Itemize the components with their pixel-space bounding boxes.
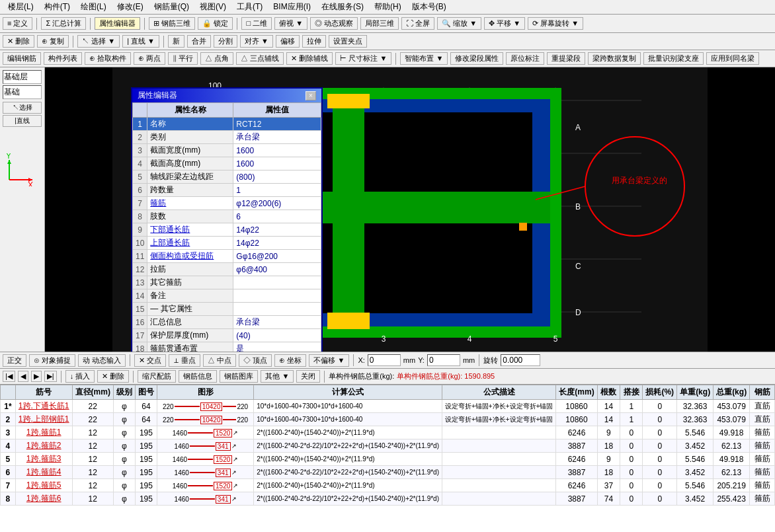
btn-select[interactable]: ↖ 选择 ▼: [77, 35, 120, 48]
prop-row-name[interactable]: 侧面构造或受扭筋: [147, 250, 233, 263]
prop-row-value[interactable]: 14φ22: [233, 223, 321, 237]
prop-row-value[interactable]: (800): [233, 171, 321, 184]
prop-row-value[interactable]: RCT12: [233, 118, 321, 131]
table-row[interactable]: 71跨.箍筋512φ195 1460 1520 ↗ 2*((1600-2*40)…: [1, 479, 775, 492]
btn-dimension[interactable]: ⊢ 尺寸标注 ▼: [335, 52, 391, 65]
btn-grip[interactable]: 设置夹点: [329, 35, 367, 48]
btn-coord[interactable]: ⊕ 坐标: [274, 354, 306, 367]
btn-local3d[interactable]: 局部三维: [360, 17, 399, 30]
table-row[interactable]: 41跨.箍筋212φ195 1460 341 ↗ 2*((1600-2*40-2…: [1, 439, 775, 453]
tool-select[interactable]: ↖选择: [3, 102, 42, 114]
btn-no-offset[interactable]: 不偏移 ▼: [309, 354, 349, 367]
table-row[interactable]: 51跨.箍筋312φ195 1460 1520 ↗ 2*((1600-2*40)…: [1, 453, 775, 466]
prop-row-value[interactable]: [233, 276, 321, 289]
tool-line[interactable]: |直线: [3, 115, 42, 127]
nav-prev[interactable]: ◀: [18, 371, 28, 382]
property-dialog-close-button[interactable]: ×: [306, 91, 316, 100]
btn-angle[interactable]: △ 点角: [200, 52, 233, 65]
btn-re-beam[interactable]: 重提梁段: [547, 52, 585, 65]
prop-row-value[interactable]: (40): [233, 329, 321, 342]
prop-row-name[interactable]: 上部通长筋: [147, 237, 233, 250]
btn-copy-span[interactable]: 梁跨数据复制: [588, 52, 641, 65]
prop-row-name[interactable]: 下部通长筋: [147, 223, 233, 237]
btn-topview[interactable]: 俯视 ▼: [274, 17, 307, 30]
btn-prop-editor[interactable]: 属性编辑器: [95, 17, 140, 30]
btn-lock[interactable]: 🔒 锁定: [198, 17, 233, 30]
menu-item-online[interactable]: 在线服务(S): [316, 0, 369, 14]
btn-del-row[interactable]: ✕ 删除: [97, 370, 129, 383]
btn-del-aux[interactable]: ✕ 删除辅线: [286, 52, 333, 65]
prop-row-value[interactable]: 承台梁: [233, 316, 321, 329]
menu-item-draw[interactable]: 绘图(L): [75, 0, 112, 14]
prop-row-value[interactable]: 是: [233, 342, 321, 352]
btn-merge[interactable]: 合并: [187, 35, 211, 48]
btn-rebar-lib[interactable]: 钢筋图库: [220, 370, 258, 383]
prop-row-value[interactable]: φ6@400: [233, 263, 321, 276]
prop-row-value[interactable]: φ12@200(6): [233, 197, 321, 210]
menu-item-layers[interactable]: 楼层(L): [3, 0, 39, 14]
nav-prev-prev[interactable]: |◀: [3, 371, 15, 382]
prop-row-value[interactable]: 承台梁: [233, 131, 321, 144]
btn-close[interactable]: 关闭: [296, 370, 320, 383]
btn-zoom[interactable]: 🔍 缩放 ▼: [437, 17, 481, 30]
btn-split[interactable]: 分割: [214, 35, 237, 48]
prop-row-value[interactable]: Gφ16@200: [233, 250, 321, 263]
btn-rebar-info[interactable]: 钢筋信息: [179, 370, 217, 383]
btn-rotate-view[interactable]: ⟳ 屏幕旋转 ▼: [528, 17, 583, 30]
btn-delete[interactable]: ✕ 删除: [3, 35, 34, 48]
prop-row-value[interactable]: [233, 289, 321, 303]
prop-row-value[interactable]: 1: [233, 184, 321, 197]
btn-stretch[interactable]: 拉伸: [302, 35, 326, 48]
btn-new[interactable]: 新: [168, 35, 184, 48]
table-row[interactable]: 81跨.箍筋612φ195 1460 341 ↗ 2*((1600-2*40-2…: [1, 492, 775, 506]
layer-type-selector[interactable]: 基础: [3, 85, 42, 99]
prop-row-name[interactable]: 箍筋: [147, 197, 233, 210]
y-input[interactable]: [427, 354, 460, 366]
menu-item-version[interactable]: 版本号(B): [407, 0, 452, 14]
btn-insert[interactable]: ↓ 插入: [65, 370, 95, 383]
btn-intersect[interactable]: ✕ 交点: [134, 354, 166, 367]
prop-row-value[interactable]: 6: [233, 210, 321, 223]
menu-item-modify[interactable]: 修改(E): [112, 0, 149, 14]
btn-align[interactable]: 对齐 ▼: [240, 35, 273, 48]
btn-fullscreen[interactable]: ⛶ 全屏: [401, 17, 434, 30]
btn-pan[interactable]: ✥ 平移 ▼: [484, 17, 525, 30]
btn-line[interactable]: | 直线 ▼: [122, 35, 159, 48]
btn-calc[interactable]: Σ 汇总计算: [41, 17, 86, 30]
prop-row-value[interactable]: [233, 303, 321, 316]
btn-2d[interactable]: □ 二维: [241, 17, 272, 30]
table-row[interactable]: 61跨.箍筋412φ195 1460 341 ↗ 2*((1600-2*40-2…: [1, 466, 775, 479]
btn-vertex[interactable]: ◇ 顶点: [239, 354, 272, 367]
btn-parallel[interactable]: ∥ 平行: [168, 52, 198, 65]
table-row[interactable]: 21跨.上部钢筋122φ64 220 10420 220 10*d+1600-4…: [1, 413, 775, 426]
btn-scale-rebar[interactable]: 缩尺配筋: [138, 370, 176, 383]
btn-perp[interactable]: ⊥ 垂点: [169, 354, 200, 367]
rotate-input[interactable]: [501, 354, 540, 366]
nav-next-next[interactable]: ▶|: [44, 371, 57, 382]
btn-apply-same[interactable]: 应用到同名梁: [706, 52, 759, 65]
property-dialog-title[interactable]: 属性编辑器 ×: [132, 89, 321, 102]
btn-two-point[interactable]: ⊕ 两点: [134, 52, 165, 65]
btn-batch-id[interactable]: 批量识别梁支座: [643, 52, 704, 65]
btn-ortho[interactable]: 正交: [3, 354, 26, 367]
btn-orbit[interactable]: ◎ 动态观察: [310, 17, 358, 30]
btn-offset[interactable]: 偏移: [276, 35, 300, 48]
nav-next[interactable]: ▶: [31, 371, 42, 382]
btn-pick[interactable]: ⊕ 拾取构件: [85, 52, 131, 65]
table-row[interactable]: 31跨.箍筋112φ195 1460 1520 ↗ 2*((1600-2*40)…: [1, 426, 775, 439]
menu-item-view[interactable]: 视图(V): [194, 0, 231, 14]
btn-dynamic-input[interactable]: 动 动态输入: [78, 354, 126, 367]
btn-3point[interactable]: △ 三点辅线: [236, 52, 284, 65]
btn-rebar3d[interactable]: ⊞ 钢筋三维: [149, 17, 195, 30]
prop-row-value[interactable]: 1600: [233, 144, 321, 157]
prop-row-value[interactable]: 14φ22: [233, 237, 321, 250]
table-row[interactable]: 1*1跨.下通长筋122φ64 220 10420 220 10*d+1600-…: [1, 400, 775, 413]
layer-selector[interactable]: 基础层: [3, 70, 42, 84]
prop-row-value[interactable]: 1600: [233, 157, 321, 171]
menu-item-tools[interactable]: 工具(T): [231, 0, 268, 14]
menu-item-help[interactable]: 帮助(H): [369, 0, 407, 14]
menu-item-rebar[interactable]: 钢筋量(Q): [149, 0, 194, 14]
btn-mod-seg[interactable]: 修改梁段属性: [450, 52, 503, 65]
btn-comp-list[interactable]: 构件列表: [44, 52, 82, 65]
btn-define[interactable]: ≡ 定义: [3, 17, 32, 30]
